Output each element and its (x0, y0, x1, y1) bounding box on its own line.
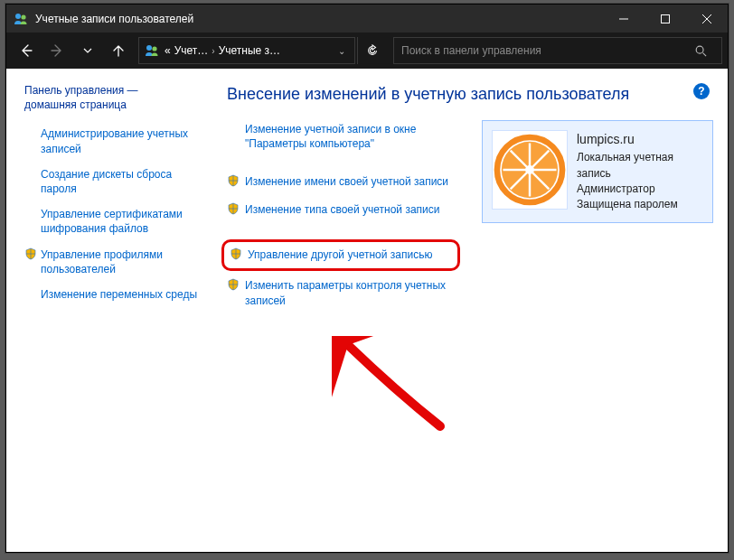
sidebar-home-line1: Панель управления — (24, 84, 138, 97)
svg-point-16 (525, 165, 534, 174)
sidebar-item-label: Управление сертификатами шифрования файл… (41, 207, 198, 236)
sidebar: Панель управления — домашняя страница Ад… (6, 69, 207, 552)
search-input[interactable] (401, 44, 687, 57)
sidebar-item-password-reset-disk[interactable]: Создание дискеты сброса пароля (24, 167, 198, 196)
user-info: lumpics.ru Локальная учетная запись Адми… (577, 130, 703, 213)
main-panel: ? Внесение изменений в учетную запись по… (207, 69, 728, 552)
shield-icon (24, 247, 41, 263)
close-button[interactable] (686, 5, 728, 33)
chevron-right-icon: › (212, 46, 214, 56)
nav-recent-dropdown[interactable] (73, 37, 102, 64)
refresh-button[interactable] (357, 37, 386, 64)
link-label: Изменение типа своей учетной записи (245, 202, 439, 217)
shield-icon (227, 202, 245, 218)
svg-point-0 (15, 14, 21, 19)
link-change-type[interactable]: Изменение типа своей учетной записи (227, 201, 460, 219)
svg-point-3 (146, 45, 152, 51)
link-label: Изменение учетной записи в окне "Парамет… (245, 122, 460, 151)
link-label: Изменение имени своей учетной записи (245, 174, 448, 189)
link-label: Изменить параметры контроля учетных запи… (245, 278, 460, 307)
user-role: Администратор (577, 182, 703, 197)
nav-up-button[interactable] (104, 37, 133, 64)
svg-rect-2 (662, 14, 670, 23)
window: Учетные записи пользователей (5, 4, 729, 553)
titlebar: Учетные записи пользователей (6, 5, 728, 33)
sidebar-home-line2: домашняя страница (24, 98, 127, 111)
breadcrumb-segment-1[interactable]: Учет… (174, 44, 209, 57)
sidebar-item-admin-accounts[interactable]: Администрирование учетных записей (24, 126, 198, 155)
user-name: lumpics.ru (577, 130, 703, 148)
sidebar-item-label: Изменение переменных среды (41, 287, 197, 302)
shield-icon (227, 174, 245, 190)
sidebar-item-manage-certs[interactable]: Управление сертификатами шифрования файл… (24, 207, 198, 236)
navbar: « Учет… › Учетные з… ⌄ (6, 33, 728, 69)
user-account-type: Локальная учетная запись (577, 150, 703, 182)
breadcrumb-icon (145, 43, 159, 58)
breadcrumb-prefix: « (165, 44, 171, 57)
breadcrumb[interactable]: « Учет… › Учетные з… ⌄ (138, 37, 355, 64)
action-links: Изменение учетной записи в окне "Парамет… (227, 120, 460, 319)
user-accounts-app-icon (14, 12, 28, 26)
nav-back-button[interactable] (12, 37, 41, 64)
window-title: Учетные записи пользователей (35, 13, 193, 25)
svg-point-5 (696, 46, 703, 53)
sidebar-item-label: Создание дискеты сброса пароля (41, 167, 198, 196)
nav-forward-button[interactable] (42, 37, 71, 64)
minimize-button[interactable] (603, 5, 645, 33)
help-icon[interactable]: ? (693, 83, 710, 99)
link-uac-settings[interactable]: Изменить параметры контроля учетных запи… (227, 276, 460, 309)
link-manage-other-account[interactable]: Управление другой учетной записью (221, 239, 460, 271)
shield-icon (227, 278, 245, 294)
actions-block: Изменение учетной записи в окне "Парамет… (227, 120, 713, 319)
link-change-name[interactable]: Изменение имени своей учетной записи (227, 173, 460, 191)
svg-point-4 (152, 46, 156, 51)
content-area: Панель управления — домашняя страница Ад… (6, 69, 728, 552)
svg-point-1 (21, 14, 25, 19)
maximize-button[interactable] (645, 5, 686, 33)
breadcrumb-dropdown-icon[interactable]: ⌄ (333, 46, 351, 56)
link-label: Управление другой учетной записью (248, 247, 432, 262)
control-panel-home-link[interactable]: Панель управления — домашняя страница (24, 83, 198, 112)
shield-icon (230, 247, 248, 263)
search-icon[interactable] (687, 38, 714, 63)
user-protection: Защищена паролем (577, 197, 703, 212)
sidebar-item-env-vars[interactable]: Изменение переменных среды (24, 287, 198, 302)
breadcrumb-segment-2[interactable]: Учетные з… (219, 44, 280, 57)
current-user-card[interactable]: lumpics.ru Локальная учетная запись Адми… (482, 120, 713, 223)
avatar (492, 130, 568, 210)
sidebar-item-label: Администрирование учетных записей (41, 126, 198, 155)
search-box[interactable] (393, 37, 722, 64)
page-title: Внесение изменений в учетную запись поль… (227, 85, 713, 104)
sidebar-item-user-profiles[interactable]: Управление профилями пользователей (24, 247, 198, 276)
link-change-account-pc-settings[interactable]: Изменение учетной записи в окне "Парамет… (227, 120, 460, 153)
sidebar-item-label: Управление профилями пользователей (41, 247, 198, 276)
